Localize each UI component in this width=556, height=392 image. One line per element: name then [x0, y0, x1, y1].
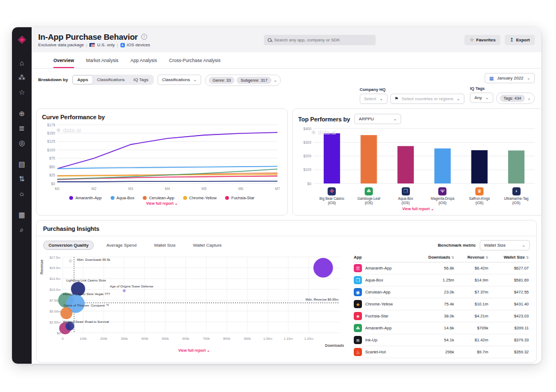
app-icon: ★ [354, 312, 362, 320]
sort-icon[interactable]: ⇅ [526, 256, 529, 259]
iq-tags-chip-group[interactable]: Tags: 434 ⌄ [496, 93, 535, 104]
legend-label: Cerulean-App [149, 195, 174, 200]
view-full-report-link[interactable]: View full report ⌄ [293, 207, 541, 211]
table-row[interactable]: ≋Ink-Up54.1k$1.42m$379.33 [353, 334, 530, 346]
bar-label-gamboge-leaf: ☘Gamboge-Leaf(iOS) [350, 187, 388, 205]
svg-text:1.10m: 1.10m [284, 337, 293, 340]
company-select[interactable]: Select ⌄ [360, 94, 388, 104]
column-header-wallet-size[interactable]: Wallet Size ⇅ [489, 253, 530, 262]
breakdown-option-classifications[interactable]: Classifications [93, 76, 129, 84]
tab-market-analysis[interactable]: Market Analysis [86, 52, 119, 68]
genre-chip-group[interactable]: Genre: 33 Subgenre: 317 ⌄ [205, 75, 281, 86]
svg-text:0: 0 [62, 337, 64, 340]
purchasing-tab-conversion-quality[interactable]: Conversion Quality [43, 241, 94, 250]
column-header-revenue[interactable]: Revenue ⇅ [455, 253, 489, 262]
revenue-cell: $9.7m [455, 346, 489, 358]
dataai-logo[interactable]: ◈ [18, 33, 26, 45]
bar-app-labels: ✤Big Bear Casino(iOS)☘Gamboge-Leaf(iOS)❐… [313, 187, 535, 205]
bar-app-name: Saffron-Kings(iOS) [469, 197, 490, 205]
network-icon[interactable]: ⁂ [19, 74, 26, 81]
view-full-report-link[interactable]: View full report ⌄ [42, 201, 282, 206]
app-icon: ☘ [354, 324, 362, 332]
tab-app-analysis[interactable]: App Analysis [130, 52, 157, 68]
column-header-downloads[interactable]: Downloads ⇅ [414, 253, 455, 262]
iq-any-select[interactable]: Any ⌄ [470, 93, 493, 103]
revenue-cell: $7.37m [455, 286, 489, 298]
idea-icon[interactable]: ☼ [19, 190, 26, 197]
export-button[interactable]: ↥ Export [505, 35, 535, 45]
app-name-cell: ☰Amaranth-App [353, 262, 414, 274]
curve-legend: Amaranth-AppAqua-BoxCerulean-AppChrome-Y… [42, 195, 282, 200]
star-icon[interactable]: ☆ [19, 89, 26, 96]
revenue-axis-label: Revenue [40, 260, 44, 274]
legend-label: Aqua-Box [117, 195, 135, 200]
purchasing-tab-wallet-capture[interactable]: Wallet Capture [188, 241, 227, 249]
table-row[interactable]: ♣Chrome-Yellow75.4k$10.1m$431.40 [353, 298, 530, 310]
arppu-dropdown[interactable]: ARPPU ⌄ [354, 114, 401, 124]
sidebar-icons: ⌂⁂☆⊕≣◎▤⇅☼▦⌕ [19, 59, 26, 247]
iq-tags-chip[interactable]: Tags: 434 [500, 95, 525, 102]
svg-text:$100: $100 [304, 168, 312, 171]
table-row[interactable]: ☘Amaranth-App14.6k$709k$399.11 [353, 322, 530, 334]
bar-app-name: Magenta-Drops(iOS) [431, 197, 454, 205]
classifications-dropdown[interactable]: Classifications ⌄ [158, 75, 201, 85]
date-picker[interactable]: ▦ January 2022 ⌄ [485, 73, 535, 83]
svg-text:M1: M1 [55, 187, 59, 191]
svg-text:200k: 200k [100, 337, 108, 340]
svg-text:M4: M4 [165, 187, 170, 191]
sort-icon[interactable]: ⇅ [486, 256, 488, 259]
svg-text:Mdn. Downloads 55.5k: Mdn. Downloads 55.5k [77, 258, 111, 261]
ranked-list-icon[interactable]: ≣ [19, 125, 26, 132]
svg-text:$125: $125 [47, 139, 56, 143]
breakdown-option-apps[interactable]: Apps [73, 76, 93, 84]
country-region-select[interactable]: ⚑ Select countries or regions ⌄ [390, 94, 465, 104]
svg-text:$5.00m: $5.00m [50, 310, 61, 313]
app-icon: ♛ [475, 187, 484, 195]
wallet-size-cell: $423.03 [489, 310, 530, 322]
media-icon[interactable]: ▦ [19, 211, 26, 218]
table-row[interactable]: ❐Aqua-Box1.25m$14.9m$581.69 [353, 274, 530, 286]
bar-label-aqua-box: ❐Aqua-Box(iOS) [387, 187, 424, 205]
search-list-icon[interactable]: ⌕ [19, 226, 26, 233]
purchasing-tab-wallet-size[interactable]: Wallet Size [149, 241, 180, 249]
conversion-quality-chart: $0$2.50m$5.00m$7.50m$10.0m$12.5m$15.0m$1… [41, 253, 346, 342]
purchasing-tab-average-spend[interactable]: Average Spend [101, 241, 141, 249]
transfer-icon[interactable]: ⇅ [19, 175, 26, 182]
table-row[interactable]: ☰Amaranth-App56.8k$6.42m$627.07 [353, 262, 530, 274]
globe-icon[interactable]: ⊕ [19, 110, 26, 117]
search-input[interactable] [274, 38, 372, 42]
tab-overview[interactable]: Overview [53, 52, 74, 68]
svg-text:$400: $400 [304, 127, 312, 131]
view-full-report-link[interactable]: View full report ⌄ [41, 348, 347, 353]
table-row[interactable]: ★Fuchsia-Star38.0k$4.21m$423.03 [353, 310, 530, 322]
chevron-down-icon: ⌄ [193, 77, 197, 82]
global-search[interactable] [264, 35, 376, 45]
tab-cross-purchase-analysis[interactable]: Cross-Purchase Analysis [169, 52, 220, 68]
sidebar-icon-group: ▤⇅☼ [19, 161, 26, 197]
breakdown-segmented-control: AppsClassificationsIQ Tags [72, 75, 154, 85]
help-icon[interactable]: ? [141, 34, 147, 40]
genre-chip[interactable]: Genre: 33 [209, 77, 234, 84]
compass-icon[interactable]: ◎ [19, 139, 26, 146]
star-icon: ☆ [469, 37, 474, 42]
app-icon: ❐ [354, 276, 362, 284]
wallet-size-cell: $581.69 [489, 274, 530, 286]
chevron-down-icon: ⌄ [522, 243, 525, 248]
favorites-button[interactable]: ☆ Favorites [464, 35, 500, 45]
chevron-down-icon: ⌄ [527, 96, 531, 101]
breakdown-option-iq-tags[interactable]: IQ Tags [129, 76, 153, 84]
clipboard-icon[interactable]: ▤ [19, 161, 26, 168]
svg-text:$100: $100 [47, 148, 56, 152]
sort-icon[interactable]: ⇅ [451, 256, 454, 259]
revenue-cell: $10.1m [455, 298, 489, 310]
home-icon[interactable]: ⌂ [19, 59, 26, 66]
svg-text:$0: $0 [307, 182, 312, 186]
benchmark-metric-dropdown[interactable]: Wallet Size ⌄ [480, 240, 530, 250]
table-row[interactable]: ◉Cerulean-App23.0k$7.37m$472.55 [353, 286, 530, 298]
app-icon: ♨ [354, 348, 362, 356]
legend-dot [225, 196, 229, 200]
bar-label-ultramarine-tag: ◗Ultramarine-Tag(iOS) [498, 187, 535, 205]
table-row[interactable]: ♨Scarlet-Hot296k$9.7m$359.32 [353, 346, 530, 358]
subgenre-chip[interactable]: Subgenre: 317 [237, 77, 271, 84]
app-icon: Ψ [438, 187, 446, 195]
